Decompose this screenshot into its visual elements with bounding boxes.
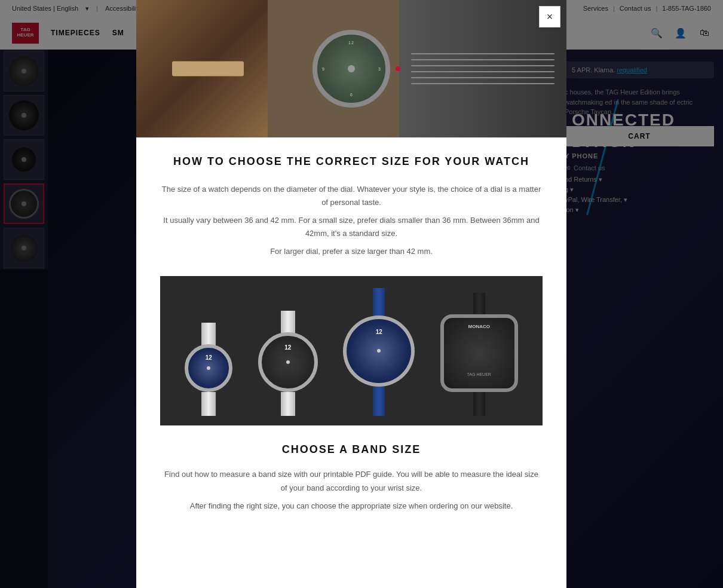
watches-comparison: 12 12 12 — [160, 276, 543, 425]
modal-hero-image: 12 6 3 9 — [136, 0, 566, 137]
hero-brown-strap — [136, 0, 268, 137]
watch-xl: MONACO TAG HEUER — [440, 288, 518, 414]
band-para-2: After finding the right size, you can ch… — [160, 500, 543, 513]
watch-medium: 12 — [258, 288, 318, 414]
modal-paragraph-2: It usually vary between 36 and 42 mm. Fo… — [160, 214, 543, 240]
watch-face-small: 12 — [185, 344, 232, 392]
modal-overlay[interactable]: × 12 6 3 9 — [0, 0, 723, 588]
band-para-1: Find out how to measure a band size with… — [160, 468, 543, 494]
modal-paragraph-3: For larger dial, prefer a size larger th… — [160, 245, 543, 258]
watch-face-large: 12 — [343, 316, 415, 387]
watch-large: 12 — [343, 288, 415, 414]
size-guide-modal: × 12 6 3 9 — [136, 0, 566, 588]
carousel-indicator[interactable] — [396, 66, 400, 71]
watch-face-xl: MONACO TAG HEUER — [440, 314, 518, 392]
modal-close-button[interactable]: × — [539, 6, 560, 27]
modal-title: HOW TO CHOOSE THE CORRECT SIZE FOR YOUR … — [160, 155, 543, 168]
hero-watch: 12 6 3 9 — [307, 12, 396, 125]
modal-content: HOW TO CHOOSE THE CORRECT SIZE FOR YOUR … — [136, 137, 566, 535]
watch-small: 12 — [185, 288, 232, 414]
modal-paragraph-1: The size of a watch depends on the diame… — [160, 183, 543, 209]
hero-buckle — [172, 62, 244, 76]
band-size-title: CHOOSE A BAND SIZE — [160, 443, 543, 456]
watch-face-medium: 12 — [258, 332, 318, 392]
hero-watch-face: 12 6 3 9 — [313, 30, 390, 108]
